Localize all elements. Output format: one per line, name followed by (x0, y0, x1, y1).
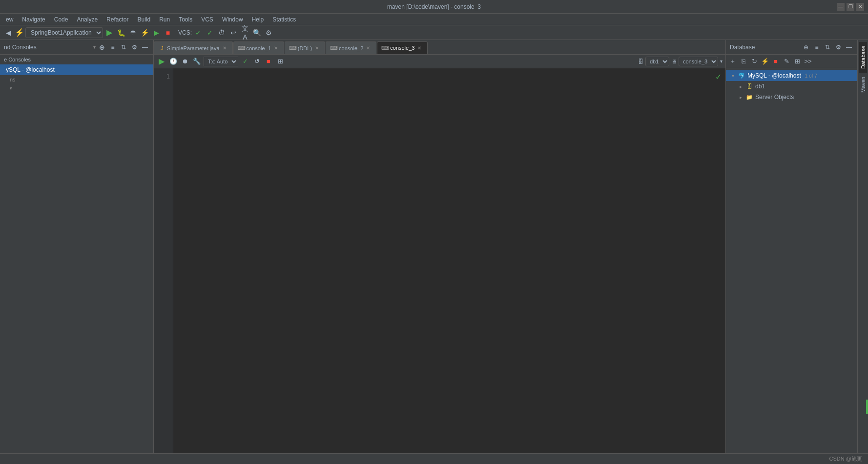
console-sub-s[interactable]: s (0, 84, 153, 93)
maximize-button[interactable] (847, 3, 854, 11)
tab-close-ddl[interactable]: ✕ (314, 45, 320, 51)
menu-window[interactable]: Window (218, 15, 247, 24)
db-stop-button[interactable]: ■ (771, 57, 781, 66)
menu-code[interactable]: Code (50, 15, 72, 24)
menu-ew[interactable]: ew (2, 15, 17, 24)
stop-button[interactable]: ■ (163, 27, 173, 38)
left-panel-header: nd Consoles ▾ ⊕ ≡ ⇅ ⚙ — (0, 40, 153, 55)
window-controls (837, 3, 864, 11)
menu-statistics[interactable]: Statistics (269, 15, 300, 24)
sidebar-maven-label[interactable]: Maven (859, 73, 867, 97)
menu-tools[interactable]: Tools (175, 15, 196, 24)
menu-navigate[interactable]: Navigate (18, 15, 49, 24)
commit-button[interactable]: ✓ (240, 57, 250, 66)
db-edit-button[interactable]: ✎ (782, 57, 791, 66)
tab-console3[interactable]: ⌨ console_3 ✕ (377, 41, 428, 54)
db-tree: ▾ 🐬 MySQL - @localhost 1 of 7 ▸ 🗄 db1 ▸ … (726, 68, 857, 453)
menu-run[interactable]: Run (155, 15, 174, 24)
stop-tx-button[interactable]: ■ (264, 57, 273, 66)
console-selector[interactable]: console_3 (679, 57, 718, 66)
rollback-button[interactable]: ↺ (252, 57, 262, 66)
sort-button[interactable]: ⇅ (119, 43, 128, 52)
db-filter-button[interactable]: ⚡ (760, 57, 770, 66)
tab-simpleparameter[interactable]: J SimpleParameter.java ✕ (154, 41, 233, 54)
mysql-icon: 🐬 (738, 72, 745, 80)
tab-close-simpleparameter[interactable]: ✕ (222, 45, 227, 51)
app-config-dropdown[interactable]: SpringBoot1Application (25, 27, 103, 38)
main-area: nd Consoles ▾ ⊕ ≡ ⇅ ⚙ — e Consoles ySQL … (0, 40, 868, 453)
editor-content[interactable] (173, 68, 725, 453)
tree-item-mysql-root[interactable]: ▾ 🐬 MySQL - @localhost 1 of 7 (726, 70, 857, 81)
mysql-localhost-item[interactable]: ySQL - @localhost (0, 64, 153, 75)
tab-close-console2[interactable]: ✕ (365, 45, 371, 51)
chevron-down-console-icon: ▾ (720, 59, 723, 64)
db-globe-button[interactable]: ⊕ (802, 43, 810, 52)
db-add-button[interactable]: + (728, 57, 738, 66)
back-button[interactable]: ◀ (3, 27, 14, 38)
menu-refactor[interactable]: Refactor (103, 15, 132, 24)
console-toolbar: ▶ 🕐 ⏺ 🔧 Tx: Auto ✓ ↺ ■ ⊞ 🗄 db1 🖥 console… (154, 55, 725, 68)
green-indicator (866, 400, 868, 414)
db-more-button[interactable]: >> (803, 57, 813, 66)
profile-button[interactable]: ⚡ (139, 27, 150, 38)
tab-console2[interactable]: ⌨ console_2 ✕ (326, 41, 376, 54)
format-button[interactable]: 🔧 (192, 57, 202, 66)
left-panel-title: nd Consoles (4, 44, 90, 51)
run-indicator-icon: ⚡ (15, 28, 24, 37)
tab-label-ddl: (DDL) (298, 45, 312, 51)
vcs-revert-button[interactable]: ↩ (228, 27, 239, 38)
tab-console1[interactable]: ⌨ console_1 ✕ (233, 41, 284, 54)
menu-vcs[interactable]: VCS (197, 15, 217, 24)
translate-button[interactable]: 文A (240, 27, 250, 38)
editor-check-icon: ✓ (715, 72, 722, 81)
history-button[interactable]: 🕐 (168, 57, 178, 66)
db-copy-button[interactable]: ⎘ (739, 57, 748, 66)
tab-close-console1[interactable]: ✕ (273, 45, 279, 51)
group-button[interactable]: ≡ (108, 43, 117, 52)
run-alt-button[interactable]: ▶ (151, 27, 162, 38)
menu-analyze[interactable]: Analyze (73, 15, 102, 24)
vcs-check2-button[interactable]: ✓ (205, 27, 215, 38)
console1-icon: ⌨ (239, 45, 245, 51)
db-view-button[interactable]: ⊞ (792, 57, 802, 66)
editor-area: 1 ✓ (154, 68, 725, 453)
close-button[interactable] (856, 3, 864, 11)
db-group-button[interactable]: ≡ (812, 43, 821, 52)
table-view-button[interactable]: ⊞ (275, 57, 285, 66)
main-toolbar: ◀ ⚡ SpringBoot1Application ▶ 🐛 ☂ ⚡ ▶ ■ V… (0, 25, 868, 40)
run-button[interactable]: ▶ (104, 27, 115, 38)
tree-item-server-objects[interactable]: ▸ 📁 Server Objects (726, 92, 857, 102)
console-sub-ns[interactable]: ns (0, 75, 153, 84)
coverage-button[interactable]: ☂ (127, 27, 138, 38)
tx-dropdown[interactable]: Tx: Auto (204, 57, 238, 66)
settings-panel-button[interactable]: ⚙ (130, 43, 139, 52)
vcs-check-button[interactable]: ✓ (193, 27, 204, 38)
db-settings-button[interactable]: ⚙ (834, 43, 843, 52)
tab-close-console3[interactable]: ✕ (416, 45, 422, 51)
execute-button[interactable]: ▶ (157, 57, 166, 66)
vcs-history-button[interactable]: ⏱ (216, 27, 227, 38)
database-panel-header: Database ⊕ ≡ ⇅ ⚙ — (726, 40, 857, 55)
menu-build[interactable]: Build (133, 15, 154, 24)
tab-ddl[interactable]: ⌨ (DDL) ✕ (285, 41, 325, 54)
menu-help[interactable]: Help (248, 15, 268, 24)
minimize-panel-button[interactable]: — (141, 43, 149, 52)
stop-query-button[interactable]: ⏺ (180, 57, 190, 66)
status-text: CSDN @笔更 (827, 455, 864, 463)
search-everywhere-button[interactable]: 🔍 (251, 27, 262, 38)
sidebar-database-label[interactable]: Database (859, 42, 867, 73)
db-sort-button[interactable]: ⇅ (823, 43, 832, 52)
debug-button[interactable]: 🐛 (116, 27, 126, 38)
left-panel: nd Consoles ▾ ⊕ ≡ ⇅ ⚙ — e Consoles ySQL … (0, 40, 154, 453)
configure-panel-button[interactable]: ⊕ (98, 43, 106, 52)
db-minimize-button[interactable]: — (845, 43, 853, 52)
line-numbers: 1 (154, 68, 173, 453)
settings-button[interactable]: ⚙ (263, 27, 274, 38)
consoles-section-header: e Consoles (0, 55, 153, 64)
minimize-button[interactable] (837, 3, 845, 11)
db-refresh-button[interactable]: ↻ (749, 57, 759, 66)
tab-label-console3: console_3 (390, 45, 414, 51)
tree-item-db1[interactable]: ▸ 🗄 db1 (726, 81, 857, 92)
db-selector[interactable]: db1 (645, 57, 669, 66)
console2-icon: ⌨ (331, 45, 337, 51)
